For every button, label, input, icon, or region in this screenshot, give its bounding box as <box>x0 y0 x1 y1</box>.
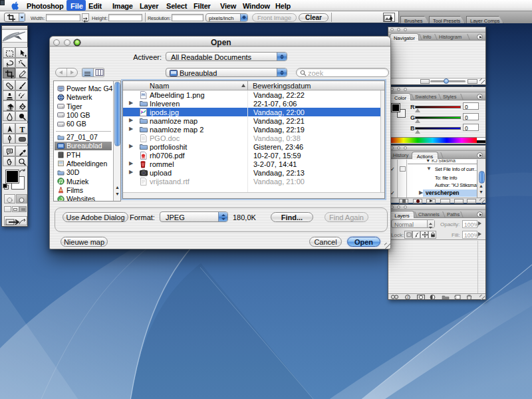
svg-text:T: T <box>19 125 25 134</box>
